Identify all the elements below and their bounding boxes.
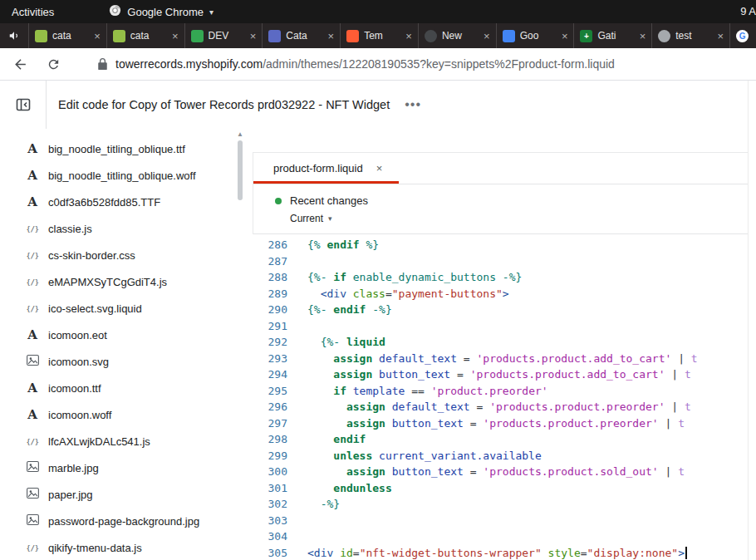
code-line-303[interactable]: 303	[253, 513, 748, 529]
asset-name: big_noodle_titling_oblique.woff	[48, 169, 196, 182]
lock-icon[interactable]	[98, 58, 107, 70]
tab-close-icon[interactable]: ×	[250, 30, 257, 42]
sidebar-item-big_noodle_titling_oblique.woff[interactable]: Abig_noodle_titling_oblique.woff	[0, 162, 253, 189]
code-line-296[interactable]: 296 assign default_text = 'products.prod…	[253, 399, 748, 415]
more-actions-button[interactable]: •••	[405, 97, 421, 112]
line-number: 288	[253, 269, 299, 286]
tab-close-icon[interactable]: ×	[94, 30, 101, 42]
code-text: assign button_text = 'products.product.p…	[299, 415, 685, 432]
tab-close-icon[interactable]: ×	[717, 30, 724, 42]
code-area[interactable]: 286{% endif %}287288{%- if enable_dynami…	[253, 234, 748, 560]
code-line-293[interactable]: 293 assign default_text = 'products.prod…	[253, 351, 748, 367]
code-line-299[interactable]: 299 unless current_variant.available	[253, 448, 748, 464]
collapse-sidebar-button[interactable]	[0, 81, 47, 129]
asset-name: ico-select.svg.liquid	[48, 302, 142, 315]
asset-name: classie.js	[48, 223, 92, 235]
line-number: 301	[253, 480, 299, 497]
browser-tab-Goo[interactable]: Goo×	[496, 23, 574, 48]
code-line-291[interactable]: 291	[253, 318, 748, 335]
code-line-300[interactable]: 300 assign button_text = 'products.produ…	[253, 464, 748, 480]
editor-main: product-form.liquid × Recent changes Cur…	[253, 129, 748, 560]
code-text: -%}	[299, 496, 340, 513]
asset-name: qikify-tmenu-data.js	[48, 542, 142, 554]
browser-tab-Cata[interactable]: Cata×	[262, 23, 340, 48]
code-line-289[interactable]: 289 <div class="payment-buttons">	[253, 286, 748, 302]
code-line-294[interactable]: 294 assign button_text = 'products.produ…	[253, 366, 748, 383]
browser-tab-New[interactable]: New×	[418, 23, 496, 48]
address-bar[interactable]: towerrecords.myshopify.com/admin/themes/…	[115, 57, 615, 71]
code-text: {% endif %}	[299, 237, 379, 253]
tab-title: cata	[52, 30, 89, 42]
asset-name: marble.jpg	[48, 462, 99, 474]
code-line-302[interactable]: 302 -%}	[253, 496, 748, 513]
sidebar-item-paper.jpg[interactable]: paper.jpg	[0, 481, 253, 508]
line-number: 286	[253, 237, 299, 253]
sidebar-item-icomoon.svg[interactable]: icomoon.svg	[0, 348, 253, 375]
sidebar-item-eMAPMXSyTCgGdiT4.js[interactable]: {/}eMAPMXSyTCgGdiT4.js	[0, 268, 253, 295]
sidebar-item-cs-skin-border.css[interactable]: {/}cs-skin-border.css	[0, 242, 253, 268]
sidebar-item-icomoon.ttf[interactable]: Aicomoon.ttf	[0, 375, 253, 401]
code-line-301[interactable]: 301 endunless	[253, 480, 748, 497]
template-site-icon	[346, 30, 359, 42]
sidebar-item-c0df3a6b528fdd85.TTF[interactable]: Ac0df3a6b528fdd85.TTF	[0, 189, 253, 215]
sidebar-item-ico-select.svg.liquid[interactable]: {/}ico-select.svg.liquid	[0, 295, 253, 322]
shopify-code-editor-page: Edit code for Copy of Tower Records prd0…	[0, 81, 756, 560]
browser-tab-cata[interactable]: cata×	[28, 23, 106, 48]
code-line-298[interactable]: 298 endif	[253, 431, 748, 448]
sidebar-item-qikify-tmenu-data.js[interactable]: {/}qikify-tmenu-data.js	[0, 534, 253, 560]
close-tab-icon[interactable]: ×	[376, 162, 383, 174]
line-number: 299	[253, 448, 299, 464]
chrome-app-menu[interactable]: Google Chrome ▾	[109, 4, 214, 19]
tab-audio-speaker-icon[interactable]	[0, 23, 28, 48]
editor-tab-label: product-form.liquid	[273, 162, 363, 174]
code-line-290[interactable]: 290{%- endif -%}	[253, 302, 748, 318]
scrollbar-up-arrow-icon[interactable]: ▲	[237, 130, 243, 138]
sidebar-item-big_noodle_titling_oblique.ttf[interactable]: Abig_noodle_titling_oblique.ttf	[0, 135, 253, 162]
sidebar-item-classie.js[interactable]: {/}classie.js	[0, 215, 253, 242]
version-dropdown[interactable]: Current ▾	[290, 213, 748, 224]
back-button[interactable]	[10, 54, 30, 74]
code-line-304[interactable]: 304	[253, 528, 748, 545]
code-text: unless current_variant.available	[299, 448, 542, 464]
tab-close-icon[interactable]: ×	[172, 30, 179, 42]
browser-tab-Tem[interactable]: Tem×	[340, 23, 418, 48]
tab-close-icon[interactable]: ×	[484, 30, 490, 42]
code-line-295[interactable]: 295 if template == 'product.preorder'	[253, 383, 748, 400]
browser-toolbar: towerrecords.myshopify.com/admin/themes/…	[0, 48, 756, 81]
code-line-286[interactable]: 286{% endif %}	[253, 237, 748, 253]
system-status-text: 9 A	[740, 5, 756, 17]
tab-title: Cata	[286, 30, 322, 42]
sidebar-item-marble.jpg[interactable]: marble.jpg	[0, 454, 253, 481]
sidebar-item-lfcAXLwjkDALc541.js[interactable]: {/}lfcAXLwjkDALc541.js	[0, 428, 253, 454]
browser-tab-cata[interactable]: cata×	[106, 23, 184, 48]
sidebar-item-password-page-background.jpg[interactable]: password-page-background.jpg	[0, 508, 253, 534]
reload-button[interactable]	[43, 54, 63, 74]
asset-name: icomoon.woff	[48, 409, 111, 421]
browser-tab-Gati[interactable]: +Gati×	[573, 23, 651, 48]
code-line-297[interactable]: 297 assign button_text = 'products.produ…	[253, 415, 748, 432]
code-line-287[interactable]: 287	[253, 253, 748, 270]
browser-tab-test[interactable]: test×	[651, 23, 729, 48]
browser-tab-DEV[interactable]: DEV×	[184, 23, 263, 48]
activities-button[interactable]: Activities	[12, 6, 54, 18]
browser-tab-partial[interactable]: G	[729, 23, 756, 48]
google-service-icon	[503, 30, 515, 42]
tab-title: Goo	[520, 30, 557, 42]
sidebar-scrollbar-thumb[interactable]	[238, 140, 243, 200]
tab-close-icon[interactable]: ×	[562, 30, 568, 42]
code-line-288[interactable]: 288{%- if enable_dynamic_buttons -%}	[253, 269, 748, 286]
code-line-292[interactable]: 292 {%- liquid	[253, 334, 748, 351]
page-title: Edit code for Copy of Tower Records prd0…	[58, 98, 390, 111]
editor-tab-product-form[interactable]: product-form.liquid ×	[253, 153, 399, 184]
tab-close-icon[interactable]: ×	[328, 30, 335, 42]
code-text: assign default_text = 'products.product.…	[299, 351, 698, 367]
sidebar-item-icomoon.eot[interactable]: Aicomoon.eot	[0, 322, 253, 348]
sidebar-item-icomoon.woff[interactable]: Aicomoon.woff	[0, 401, 253, 428]
tab-close-icon[interactable]: ×	[405, 30, 412, 42]
code-line-305[interactable]: 305<div id="nft-widget-buttons-wrapper" …	[253, 545, 748, 560]
code-text: assign default_text = 'products.product.…	[299, 399, 691, 415]
editor-tab-bar: product-form.liquid ×	[253, 152, 748, 184]
line-number: 303	[253, 513, 299, 529]
tab-close-icon[interactable]: ×	[640, 30, 646, 42]
app-menu-label: Google Chrome	[127, 6, 204, 18]
